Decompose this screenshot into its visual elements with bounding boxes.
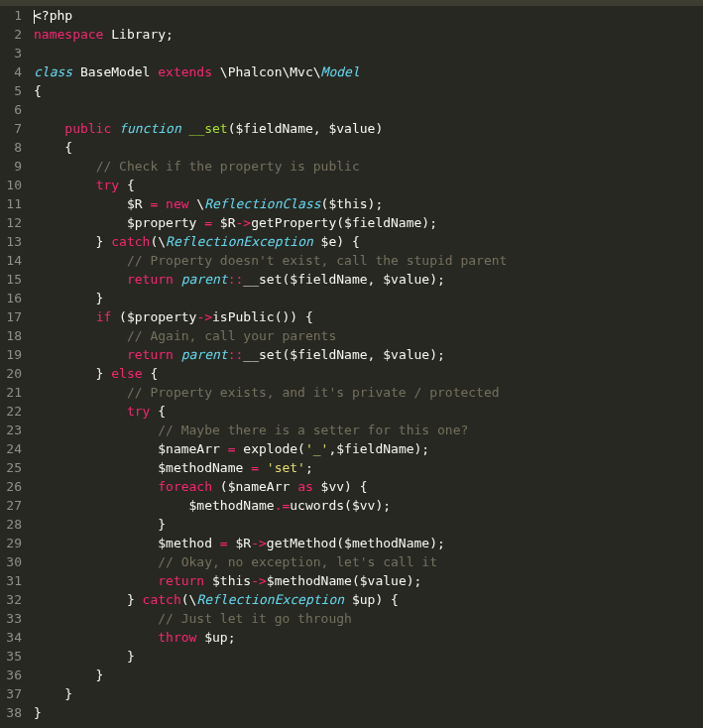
- code-line[interactable]: public function __set($fieldName, $value…: [34, 119, 703, 138]
- code-editor[interactable]: 1 2 3 4 5 6 7 8 9 10 11 12 13 14 15 16 1…: [0, 6, 703, 728]
- code-line[interactable]: }: [34, 684, 703, 703]
- line-number: 6: [4, 100, 22, 119]
- code-line[interactable]: try {: [34, 176, 703, 194]
- line-number: 37: [4, 684, 22, 703]
- code-line[interactable]: return parent::__set($fieldName, $value)…: [34, 270, 703, 289]
- code-line[interactable]: }: [34, 666, 703, 684]
- code-line[interactable]: $nameArr = explode('_',$fieldName);: [34, 439, 703, 458]
- code-line[interactable]: [34, 100, 703, 119]
- line-number: 11: [4, 194, 22, 213]
- line-number: 18: [4, 326, 22, 345]
- line-number: 34: [4, 628, 22, 647]
- line-number: 14: [4, 251, 22, 270]
- code-line[interactable]: } else {: [34, 364, 703, 383]
- code-line[interactable]: $methodName.=ucwords($vv);: [34, 496, 703, 515]
- line-number: 24: [4, 439, 22, 458]
- code-line[interactable]: namespace Library;: [34, 25, 703, 44]
- line-number: 27: [4, 496, 22, 515]
- line-number: 32: [4, 590, 22, 609]
- line-number: 23: [4, 421, 22, 439]
- code-area[interactable]: <?php namespace Library; class BaseModel…: [30, 6, 703, 728]
- line-number: 5: [4, 81, 22, 100]
- line-number: 38: [4, 703, 22, 722]
- line-number: 7: [4, 119, 22, 138]
- line-number: 28: [4, 515, 22, 534]
- code-line[interactable]: // Just let it go through: [34, 609, 703, 628]
- line-number: 15: [4, 270, 22, 289]
- line-number: 29: [4, 534, 22, 552]
- line-number: 16: [4, 289, 22, 307]
- line-number: 31: [4, 571, 22, 590]
- code-line[interactable]: // Property exists, and it's private / p…: [34, 383, 703, 402]
- line-number: 12: [4, 213, 22, 232]
- code-line[interactable]: {: [34, 138, 703, 157]
- code-line[interactable]: {: [34, 81, 703, 100]
- line-number: 9: [4, 157, 22, 176]
- code-line[interactable]: foreach ($nameArr as $vv) {: [34, 477, 703, 496]
- line-number: 35: [4, 647, 22, 666]
- line-number: 36: [4, 666, 22, 684]
- line-number-gutter: 1 2 3 4 5 6 7 8 9 10 11 12 13 14 15 16 1…: [0, 6, 30, 728]
- line-number: 17: [4, 307, 22, 326]
- code-line[interactable]: } catch(\ReflectionException $up) {: [34, 590, 703, 609]
- line-number: 20: [4, 364, 22, 383]
- line-number: 26: [4, 477, 22, 496]
- code-line[interactable]: $property = $R->getProperty($fieldName);: [34, 213, 703, 232]
- line-number: 8: [4, 138, 22, 157]
- code-line[interactable]: <?php: [34, 6, 703, 25]
- line-number: 30: [4, 552, 22, 571]
- code-line[interactable]: // Property doesn't exist, call the stup…: [34, 251, 703, 270]
- code-line[interactable]: return parent::__set($fieldName, $value)…: [34, 345, 703, 364]
- code-line[interactable]: if ($property->isPublic()) {: [34, 307, 703, 326]
- code-line[interactable]: // Maybe there is a setter for this one?: [34, 421, 703, 439]
- code-line[interactable]: class BaseModel extends \Phalcon\Mvc\Mod…: [34, 62, 703, 81]
- line-number: 22: [4, 402, 22, 421]
- code-line[interactable]: }: [34, 703, 703, 722]
- code-line[interactable]: $methodName = 'set';: [34, 458, 703, 477]
- code-line[interactable]: }: [34, 289, 703, 307]
- code-line[interactable]: [34, 44, 703, 62]
- line-number: 21: [4, 383, 22, 402]
- line-number: 19: [4, 345, 22, 364]
- code-line[interactable]: $R = new \ReflectionClass($this);: [34, 194, 703, 213]
- line-number: 4: [4, 62, 22, 81]
- code-line[interactable]: // Okay, no exception, let's call it: [34, 552, 703, 571]
- code-line[interactable]: throw $up;: [34, 628, 703, 647]
- line-number: 1: [4, 6, 22, 25]
- code-line[interactable]: }: [34, 647, 703, 666]
- code-line[interactable]: } catch(\ReflectionException $e) {: [34, 232, 703, 251]
- line-number: 33: [4, 609, 22, 628]
- code-line[interactable]: try {: [34, 402, 703, 421]
- line-number: 13: [4, 232, 22, 251]
- code-line[interactable]: }: [34, 515, 703, 534]
- line-number: 25: [4, 458, 22, 477]
- line-number: 10: [4, 176, 22, 194]
- code-line[interactable]: return $this->$methodName($value);: [34, 571, 703, 590]
- code-line[interactable]: $method = $R->getMethod($methodName);: [34, 534, 703, 552]
- code-line[interactable]: // Check if the property is public: [34, 157, 703, 176]
- line-number: 2: [4, 25, 22, 44]
- code-line[interactable]: // Again, call your parents: [34, 326, 703, 345]
- line-number: 3: [4, 44, 22, 62]
